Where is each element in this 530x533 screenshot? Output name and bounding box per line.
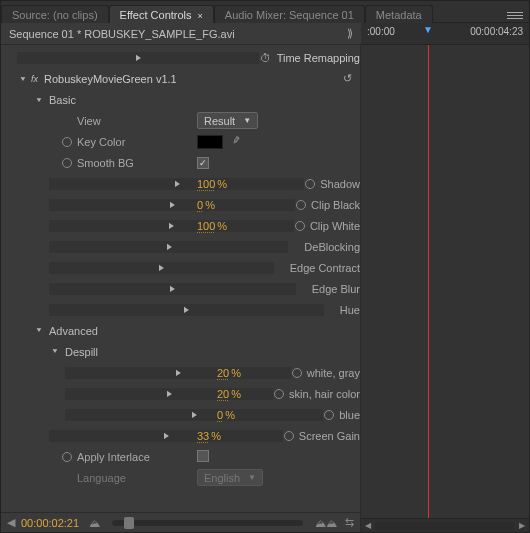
reset-effect-icon[interactable]: ↺ (343, 72, 352, 85)
fx-badge-icon[interactable]: fx (31, 74, 38, 84)
toggle-icon[interactable]: ⇆ (345, 516, 354, 529)
tab-source[interactable]: Source: (no clips) (1, 5, 109, 23)
param-despill-white-gray: white, gray 20% (1, 362, 360, 383)
param-label: View (77, 115, 101, 127)
group-despill[interactable]: Despill (1, 341, 360, 362)
stopwatch-icon[interactable] (273, 388, 285, 400)
time-remap-icon: ⏱ (259, 52, 273, 64)
param-label: Hue (340, 304, 360, 316)
param-clip-white: Clip White 100% (1, 215, 360, 236)
panel-menu-icon[interactable] (507, 8, 523, 22)
clip-black-value[interactable]: 0 (197, 199, 203, 211)
expand-icon[interactable] (65, 409, 323, 421)
blue-value[interactable]: 0 (217, 409, 223, 421)
view-dropdown[interactable]: Result ▼ (197, 112, 258, 129)
group-label: Basic (49, 94, 76, 106)
chevron-down-icon: ▼ (243, 116, 251, 125)
current-timecode[interactable]: 00:00:02:21 (21, 517, 79, 529)
effect-label: Time Remapping (277, 52, 360, 64)
clip-white-value[interactable]: 100 (197, 220, 215, 232)
expand-icon[interactable] (33, 325, 45, 337)
param-deblocking[interactable]: DeBlocking (1, 236, 360, 257)
param-label: Language (77, 472, 126, 484)
zoom-slider[interactable] (112, 520, 303, 526)
zoom-in-icon[interactable]: ⛰⛰ (315, 517, 337, 529)
stopwatch-icon[interactable] (294, 220, 306, 232)
skin-hair-value[interactable]: 20 (217, 388, 229, 400)
dropdown-value: English (204, 472, 240, 484)
timeline-scrollbar[interactable]: ◀ ▶ (361, 518, 529, 532)
timeline-ruler[interactable]: :00:00 ▼ 00:00:04:23 (361, 23, 529, 45)
left-footer: ◀ 00:00:02:21 ⛰ ⛰⛰ ⇆ (1, 512, 360, 532)
tab-effect-controls[interactable]: Effect Controls× (109, 5, 214, 23)
stopwatch-icon[interactable] (61, 136, 73, 148)
expand-icon[interactable] (49, 178, 304, 190)
param-label: skin, hair color (289, 388, 360, 400)
param-despill-blue: blue 0% (1, 404, 360, 425)
shadow-value[interactable]: 100 (197, 178, 215, 190)
expand-icon[interactable] (17, 52, 259, 64)
param-edge-contract[interactable]: Edge Contract (1, 257, 360, 278)
param-label: Screen Gain (299, 430, 360, 442)
expand-icon[interactable] (49, 220, 294, 232)
scroll-track[interactable] (375, 522, 515, 530)
tab-metadata[interactable]: Metadata (365, 5, 433, 23)
ruler-start-tc: :00:00 (367, 26, 395, 37)
screen-gain-value[interactable]: 33 (197, 430, 209, 442)
stopwatch-icon[interactable] (291, 367, 303, 379)
close-icon[interactable]: × (198, 11, 203, 21)
effect-time-remapping[interactable]: ⏱ Time Remapping (1, 47, 360, 68)
smooth-bg-checkbox[interactable] (197, 157, 209, 169)
zoom-out-icon[interactable]: ⛰ (89, 517, 100, 529)
param-hue[interactable]: Hue (1, 299, 360, 320)
expand-icon[interactable] (49, 262, 274, 274)
scroll-right-icon[interactable]: ▶ (515, 520, 529, 532)
expand-icon[interactable] (49, 199, 295, 211)
stopwatch-icon[interactable] (304, 178, 316, 190)
expand-icon[interactable] (49, 283, 296, 295)
param-view: View Result ▼ (1, 110, 360, 131)
language-dropdown: English ▼ (197, 469, 263, 486)
timeline-body[interactable] (361, 45, 529, 518)
show-hide-timeline-icon[interactable]: ⟫ (347, 27, 353, 40)
expand-icon[interactable] (33, 94, 45, 106)
zoom-thumb[interactable] (124, 517, 134, 529)
tab-label: Effect Controls (120, 9, 192, 21)
param-shadow: Shadow 100% (1, 173, 360, 194)
param-label: Key Color (77, 136, 125, 148)
group-label: Advanced (49, 325, 98, 337)
param-apply-interlace: Apply Interlace (1, 446, 360, 467)
param-label: Edge Blur (312, 283, 360, 295)
clip-header: Sequence 01 * ROBUSKEY_SAMPLE_FG.avi ⟫ :… (1, 23, 529, 45)
group-advanced[interactable]: Advanced (1, 320, 360, 341)
expand-icon[interactable] (49, 241, 288, 253)
chevron-down-icon: ▼ (248, 473, 256, 482)
apply-interlace-checkbox[interactable] (197, 450, 209, 462)
param-clip-black: Clip Black 0% (1, 194, 360, 215)
effect-robuskey[interactable]: fx RobuskeyMovieGreen v1.1 ↺ (1, 68, 360, 89)
tab-audio-mixer[interactable]: Audio Mixer: Sequence 01 (214, 5, 365, 23)
param-label: Edge Contract (290, 262, 360, 274)
stopwatch-icon[interactable] (283, 430, 295, 442)
stopwatch-icon[interactable] (295, 199, 307, 211)
stopwatch-icon[interactable] (61, 157, 73, 169)
expand-icon[interactable] (17, 73, 29, 85)
playhead-icon[interactable]: ▼ (423, 24, 433, 35)
param-key-color: Key Color (1, 131, 360, 152)
param-edge-blur[interactable]: Edge Blur (1, 278, 360, 299)
param-despill-skin-hair: skin, hair color 20% (1, 383, 360, 404)
eyedropper-icon[interactable] (232, 134, 244, 146)
white-gray-value[interactable]: 20 (217, 367, 229, 379)
expand-icon[interactable] (49, 346, 61, 358)
scroll-left-icon[interactable]: ◀ (361, 520, 375, 532)
stopwatch-icon[interactable] (323, 409, 335, 421)
expand-icon[interactable] (49, 304, 324, 316)
expand-icon[interactable] (49, 430, 283, 442)
color-swatch[interactable] (197, 135, 223, 149)
stopwatch-icon[interactable] (61, 451, 73, 463)
expand-icon[interactable] (65, 388, 273, 400)
current-time-indicator[interactable] (428, 45, 429, 518)
expand-icon[interactable] (65, 367, 291, 379)
group-basic[interactable]: Basic (1, 89, 360, 110)
go-to-prev-icon[interactable]: ◀ (7, 516, 15, 529)
